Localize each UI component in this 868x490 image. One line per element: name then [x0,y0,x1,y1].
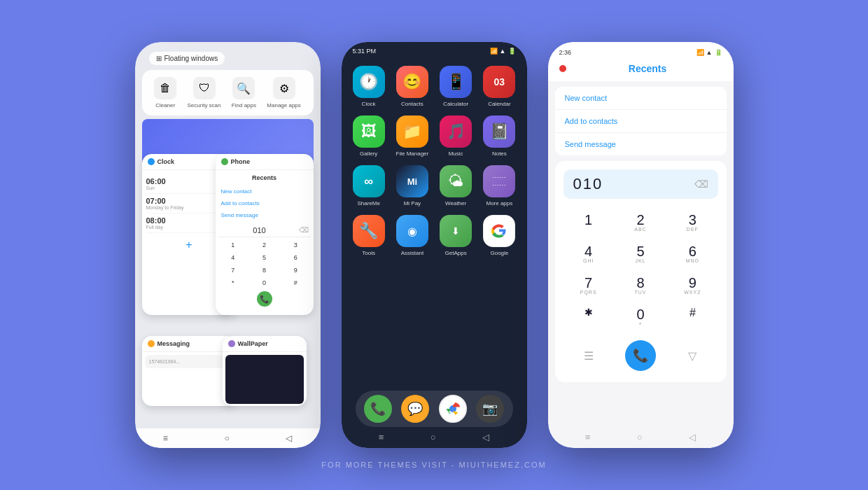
phone2-nav-home[interactable]: ○ [430,432,436,442]
phone-dialpad: 010 ⌫ 1 2 3 4 5 6 7 8 9 * 0 [216,221,314,309]
alarm-time-1: 06:00 [146,177,166,186]
phone-dot [221,158,228,165]
nav-back-icon[interactable]: ◁ [286,433,292,443]
recents-new-contact[interactable]: New contact [555,87,727,110]
dial-btn-4[interactable]: 4 [218,252,248,263]
app-music[interactable]: 🎵 Music [435,113,476,160]
recents-add-contacts[interactable]: Add to contacts [555,110,727,133]
big-dial-9[interactable]: 9 WXYZ [667,270,718,300]
phone3-nav-home[interactable]: ○ [637,432,643,442]
dock-phone[interactable]: 📞 [364,395,392,423]
dialpad-container: 010 ⌫ 1 2 ABC 3 DEF 4 GHI [555,161,727,382]
app-icon-assistant: ◉ [396,215,428,247]
app-calendar[interactable]: 03 Calendar [479,63,519,110]
dial-delete-sm[interactable]: ⌫ [299,226,309,234]
phone3-nav-menu[interactable]: ≡ [585,432,591,442]
dial-call-button[interactable]: 📞 [625,340,656,371]
alarm-time-2: 07:00 [146,197,184,205]
dial-number-sm: 010 [253,226,265,234]
app-weather[interactable]: 🌤 Weather [435,162,476,209]
phone2-nav-back[interactable]: ◁ [482,432,489,442]
app-shareme[interactable]: ∞ ShareMe [349,162,389,209]
call-btn-sm[interactable]: 📞 [257,291,272,307]
phone2-nav-menu[interactable]: ≡ [379,432,384,442]
dock-messages[interactable]: 💬 [401,395,429,423]
app-mipay[interactable]: Mi Mi Pay [392,162,433,209]
big-dial-4[interactable]: 4 GHI [564,239,614,269]
app-label-music: Music [449,150,463,157]
app-label-calendar: Calendar [488,101,510,107]
nav-home-icon[interactable]: ○ [224,433,229,443]
phone-recents-label: Recents [216,170,314,186]
big-dial-hash[interactable]: # [667,302,718,332]
nav-menu-icon[interactable]: ≡ [163,433,168,443]
dial-voicemail-icon[interactable]: ▽ [677,340,708,371]
dial-messages-icon[interactable]: ☰ [573,340,604,371]
app-icon-music: 🎵 [440,115,472,148]
dial-btn-1[interactable]: 1 [218,239,248,251]
dial-btn-7[interactable]: 7 [218,265,248,276]
big-dial-1[interactable]: 1 [564,207,614,237]
phone3-time: 2:36 [559,49,572,56]
dock-chrome[interactable] [439,395,467,423]
app-calculator[interactable]: 📱 Calculator [435,63,476,110]
dial-btn-star[interactable]: * [218,277,248,288]
dial-delete-btn[interactable]: ⌫ [694,178,708,190]
dial-btn-6[interactable]: 6 [281,252,311,263]
app-icon-calculator: 📱 [440,66,472,98]
big-dial-0[interactable]: 0 + [615,302,666,332]
phone-floating-windows: ⊞ Floating windows 🗑 Cleaner 🛡 Security … [135,42,321,448]
recents-send-message[interactable]: Send message [555,133,727,155]
recents-title: Recents [573,63,722,74]
dial-btn-5[interactable]: 5 [249,252,279,263]
app-label-assistant: Assistant [401,250,424,256]
phone3-wifi-icon: ▲ [706,49,713,56]
app-icon-filemanager: 📁 [396,115,428,148]
app-filemanager[interactable]: 📁 File Manager [392,113,433,160]
wallpaper-preview [225,355,304,404]
app-notes[interactable]: 📓 Notes [479,113,519,160]
app-clock[interactable]: 🕐 Clock [349,63,389,110]
app-label-tools: Tools [362,250,375,256]
dial-btn-0[interactable]: 0 [249,277,279,288]
new-contact-item[interactable]: New contact [216,186,314,197]
app-tools[interactable]: 🔧 Tools [349,212,389,259]
quick-action-manageapps[interactable]: ⚙ Manage apps [267,77,300,108]
app-contacts[interactable]: 😊 Contacts [392,63,433,110]
phone3-status-bar: 2:36 📶 ▲ 🔋 [548,42,734,59]
dial-btn-2[interactable]: 2 [249,239,279,251]
big-dial-3[interactable]: 3 DEF [667,207,718,237]
floating-wallpaper-window[interactable]: WallPaper [223,336,307,406]
dial-btn-3[interactable]: 3 [281,239,311,251]
big-dial-2[interactable]: 2 ABC [615,207,666,237]
big-dial-8[interactable]: 8 TUV [615,270,666,300]
app-label-google: Google [490,250,508,256]
send-message-item[interactable]: Send message [216,209,314,221]
big-dial-7[interactable]: 7 PQRS [564,270,614,300]
app-label-filemanager: File Manager [396,150,429,157]
manageapps-icon: ⚙ [273,77,295,99]
app-gallery[interactable]: 🖼 Gallery [349,113,389,160]
app-moreapps[interactable]: ⋯⋯⋯⋯ More apps [479,162,519,209]
dock-camera[interactable]: 📷 [476,395,504,423]
big-dial-5[interactable]: 5 JKL [615,239,666,269]
quick-action-findapps[interactable]: 🔍 Find apps [232,77,256,108]
alarm-sub-2: Monday to Friday [146,205,184,210]
dial-btn-hash[interactable]: # [281,277,311,288]
app-getapps[interactable]: ⬇ GetApps [435,212,476,259]
big-dial-6[interactable]: 6 MNO [667,239,718,269]
dial-btn-9[interactable]: 9 [281,265,311,276]
cleaner-label: Cleaner [155,102,175,108]
quick-action-security[interactable]: 🛡 Security scan [187,77,220,108]
add-to-contacts-item[interactable]: Add to contacts [216,197,314,209]
red-dot [559,65,566,72]
dial-btn-8[interactable]: 8 [249,265,279,276]
phone3-nav-back[interactable]: ◁ [689,432,696,442]
quick-action-cleaner[interactable]: 🗑 Cleaner [154,77,176,108]
phone-window-header: Phone [216,154,314,170]
big-dial-star[interactable]: ✱ [564,302,614,332]
floating-phone-window[interactable]: Phone Recents New contact Add to contact… [216,154,314,315]
app-google[interactable]: Google [479,212,519,259]
app-assistant[interactable]: ◉ Assistant [392,212,433,259]
alarm-sub-1: Sun [146,186,166,190]
